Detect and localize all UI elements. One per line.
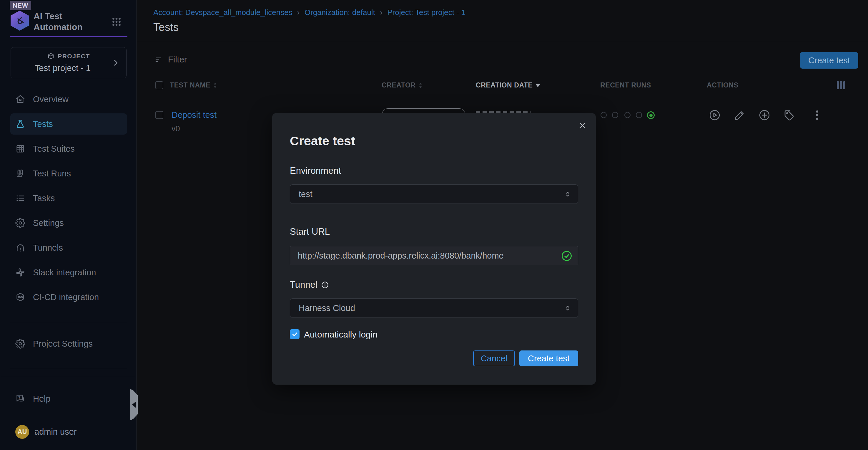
- info-icon[interactable]: [321, 281, 329, 289]
- run-status-dot: [624, 112, 630, 118]
- brand-accent-divider: [10, 36, 127, 37]
- tunnel-label: Tunnel: [290, 280, 329, 290]
- plus-circle-icon: [758, 109, 771, 121]
- test-version: v0: [172, 124, 180, 133]
- app-root: NEW AI Test Automation PROJECT Test proj…: [0, 0, 868, 450]
- sort-icon: [418, 82, 423, 89]
- svg-text:?: ?: [18, 395, 21, 400]
- start-url-input[interactable]: [290, 246, 578, 265]
- sidebar-item-project-settings[interactable]: Project Settings: [0, 331, 136, 356]
- gear-icon: [15, 339, 25, 349]
- collapse-arrow-icon: [132, 401, 136, 408]
- kebab-menu-icon: [811, 109, 823, 121]
- start-url-label: Start URL: [290, 226, 330, 237]
- environment-value: test: [299, 189, 312, 199]
- sidebar-item-tasks[interactable]: Tasks: [0, 186, 136, 210]
- sidebar-item-test-runs[interactable]: Test Runs: [0, 161, 136, 186]
- breadcrumb-project-link[interactable]: Project: Test project - 1: [387, 8, 465, 17]
- header-divider: [137, 42, 868, 42]
- project-name: Test project - 1: [11, 63, 115, 73]
- run-status-dot: [600, 112, 607, 118]
- auto-login-label: Automatically login: [304, 330, 377, 340]
- select-chevrons-icon: [564, 304, 571, 312]
- sort-desc-icon: [535, 84, 540, 87]
- sidebar-divider: [10, 322, 127, 322]
- row-checkbox[interactable]: [155, 111, 163, 119]
- run-status-dot: [636, 112, 642, 118]
- filter-button[interactable]: Filter: [154, 55, 187, 64]
- cube-icon: [47, 52, 55, 60]
- sort-icon: [213, 82, 217, 89]
- environment-select[interactable]: test: [290, 185, 578, 204]
- project-selector[interactable]: PROJECT Test project - 1: [10, 47, 126, 78]
- home-icon: [15, 94, 25, 104]
- auto-login-checkbox[interactable]: [290, 329, 300, 339]
- sidebar-item-tests[interactable]: Tests: [10, 113, 127, 135]
- environment-label: Environment: [290, 166, 341, 176]
- filter-icon: [154, 55, 163, 64]
- magnet-glyph-icon: [14, 15, 25, 26]
- start-url-field: [290, 246, 578, 265]
- cancel-button[interactable]: Cancel: [473, 350, 515, 366]
- avatar: AU: [15, 425, 29, 439]
- create-test-modal: Create test Environment test Start URL T…: [272, 113, 596, 385]
- sidebar-item-tunnels[interactable]: Tunnels: [0, 235, 136, 260]
- tag-button[interactable]: [783, 109, 795, 121]
- cicd-icon: [15, 292, 25, 302]
- run-status-dot: [612, 112, 618, 118]
- close-icon[interactable]: [578, 121, 587, 130]
- user-name: admin user: [34, 427, 76, 437]
- run-status-dot-passed: [647, 111, 655, 119]
- new-badge: NEW: [10, 1, 31, 10]
- user-menu[interactable]: AU admin user: [0, 419, 136, 445]
- slack-icon: [15, 268, 25, 277]
- breadcrumb-account-link[interactable]: Account: Devspace_all_module_licenses: [153, 8, 292, 17]
- sidebar-nav: Overview Tests Test Suites: [0, 87, 136, 310]
- play-circle-icon: [709, 109, 721, 121]
- create-test-toolbar-button[interactable]: Create test: [800, 52, 858, 68]
- breadcrumb-org-link[interactable]: Organization: default: [305, 8, 375, 17]
- select-chevrons-icon: [564, 190, 571, 198]
- pencil-icon: [734, 109, 746, 121]
- project-label: PROJECT: [58, 53, 90, 60]
- sidebar-item-cicd[interactable]: CI-CD integration: [0, 285, 136, 310]
- app-title: AI Test Automation: [34, 10, 104, 32]
- creation-date-partial: [476, 111, 530, 113]
- sidebar-item-slack[interactable]: Slack integration: [0, 260, 136, 285]
- sidebar-item-test-suites[interactable]: Test Suites: [0, 136, 136, 161]
- chevron-right-icon: [112, 59, 120, 67]
- column-header-actions: ACTIONS: [707, 81, 739, 89]
- sidebar: NEW AI Test Automation PROJECT Test proj…: [0, 0, 136, 450]
- add-to-suite-button[interactable]: [758, 109, 771, 121]
- breadcrumb-separator: ›: [297, 8, 300, 17]
- column-header-test-name[interactable]: TEST NAME: [170, 81, 217, 89]
- help-chat-icon: ?: [15, 394, 25, 404]
- sidebar-item-overview[interactable]: Overview: [0, 87, 136, 112]
- select-all-checkbox[interactable]: [155, 81, 163, 89]
- modal-title: Create test: [290, 134, 355, 148]
- more-actions-button[interactable]: [811, 109, 823, 121]
- grid-icon: [15, 144, 25, 154]
- column-settings-icon[interactable]: [837, 81, 845, 89]
- tunnel-value: Harness Cloud: [299, 303, 355, 313]
- app-logo: [10, 10, 29, 31]
- run-test-button[interactable]: [709, 109, 721, 121]
- breadcrumb: Account: Devspace_all_module_licenses › …: [153, 8, 465, 17]
- tunnel-select[interactable]: Harness Cloud: [290, 298, 578, 318]
- create-test-submit-button[interactable]: Create test: [519, 350, 578, 366]
- check-circle-icon: [561, 250, 572, 262]
- test-name-link[interactable]: Deposit test: [172, 110, 217, 120]
- app-switcher-icon[interactable]: [111, 17, 122, 27]
- columns-icon: [15, 168, 25, 178]
- column-header-creator[interactable]: CREATOR: [382, 81, 423, 89]
- check-icon: [291, 331, 298, 338]
- tag-icon: [783, 109, 795, 121]
- breadcrumb-separator: ›: [380, 8, 382, 17]
- flask-icon: [15, 119, 25, 129]
- edit-test-button[interactable]: [734, 109, 746, 121]
- sidebar-item-settings[interactable]: Settings: [0, 210, 136, 235]
- sidebar-item-help[interactable]: ? Help: [0, 386, 136, 411]
- tunnel-icon: [15, 243, 25, 253]
- page-title: Tests: [153, 21, 179, 34]
- column-header-creation-date[interactable]: CREATION DATE: [476, 81, 540, 89]
